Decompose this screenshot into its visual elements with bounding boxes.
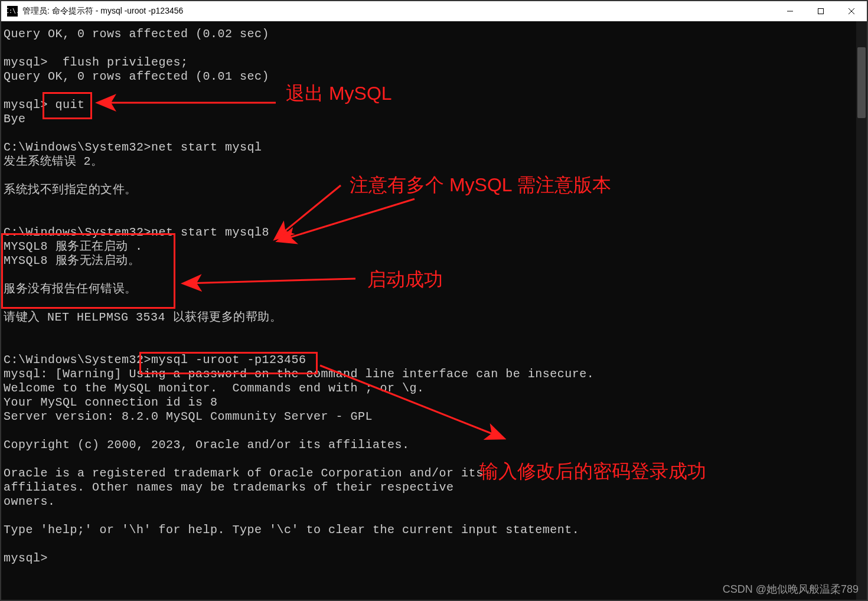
annotation-quit: 退出 MySQL — [286, 81, 392, 107]
scrollbar-thumb[interactable] — [857, 47, 866, 118]
annotation-version: 注意有多个 MySQL 需注意版本 — [350, 172, 611, 198]
svg-rect-1 — [818, 9, 824, 14]
annotation-start-ok: 启动成功 — [367, 267, 443, 293]
csdn-watermark: CSDN @她似晚风般温柔789 — [723, 582, 859, 596]
annotation-login-ok: 输入修改后的密码登录成功 — [479, 459, 706, 485]
close-button[interactable] — [836, 1, 867, 21]
highlight-box-quit — [43, 92, 92, 119]
minimize-button[interactable] — [775, 1, 805, 21]
window-title: 管理员: 命令提示符 - mysql -uroot -p123456 — [22, 6, 183, 17]
terminal-output[interactable]: Query OK, 0 rows affected (0.02 sec) mys… — [1, 21, 856, 600]
highlight-box-login-cmd — [139, 352, 318, 374]
highlight-box-mysql8-start — [1, 233, 175, 309]
titlebar[interactable]: C:\. 管理员: 命令提示符 - mysql -uroot -p123456 — [1, 1, 867, 21]
command-prompt-window: C:\. 管理员: 命令提示符 - mysql -uroot -p123456 … — [0, 0, 868, 601]
vertical-scrollbar[interactable] — [856, 21, 867, 600]
maximize-button[interactable] — [805, 1, 836, 21]
cmd-icon: C:\. — [7, 6, 18, 17]
